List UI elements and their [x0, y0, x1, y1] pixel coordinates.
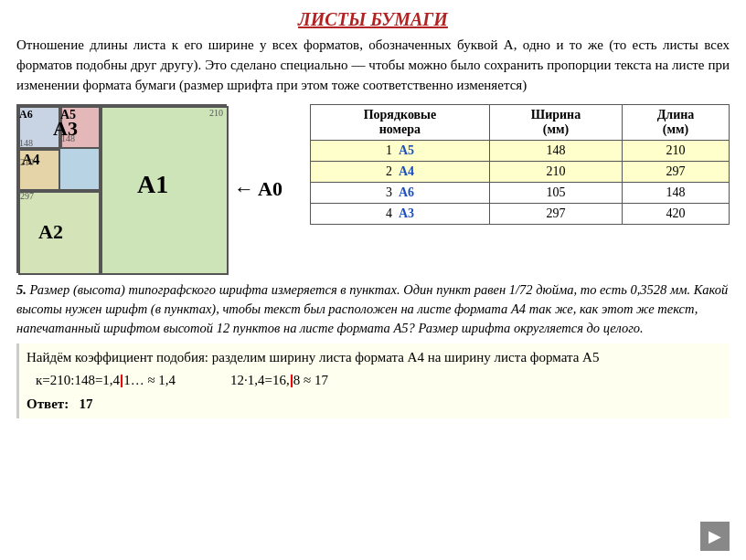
label-a6: А6 [19, 108, 33, 122]
diagram-area: А6 А5 А4 А3 А2 А1 210 148 148 210 297 ← … [16, 104, 282, 273]
col-header-num: Порядковыеномера [310, 105, 489, 141]
table-row: 1 А5 148 210 [310, 141, 729, 162]
table-area: Порядковыеномера Ширина(мм) Длина(мм) 1 … [310, 104, 730, 225]
cell-name-a5: А5 [399, 143, 414, 157]
dim-297: 297 [20, 191, 34, 201]
solution-section: Найдём коэффициент подобия: разделим шир… [16, 343, 730, 418]
formula2: 12·1,4=16,8 ≈ 17 [230, 370, 328, 391]
a0-arrow-icon: ← [234, 177, 254, 201]
formula-line: к=210:148=1,41… ≈ 1,4 12·1,4=16,8 ≈ 17 [27, 370, 722, 391]
cell-width-a4: 210 [490, 162, 623, 183]
table-row: 4 А3 297 420 [310, 204, 729, 225]
cell-name-a4: А4 [399, 164, 414, 178]
table-row: 2 А4 210 297 [310, 162, 729, 183]
cell-length-a6: 148 [622, 183, 729, 204]
dim-210-top: 210 [209, 108, 223, 118]
formula1: к=210:148=1,41… ≈ 1,4 [36, 370, 176, 391]
problem-number: 5. [16, 282, 27, 297]
cell-width-a6: 105 [490, 183, 623, 204]
answer-label: Ответ: [27, 396, 69, 411]
cell-name-a6: А6 [399, 185, 414, 199]
cell-name-a3: А3 [399, 206, 414, 220]
cursor1 [121, 375, 123, 387]
label-a1: А1 [137, 170, 168, 199]
a0-label-area: ← А0 [234, 177, 282, 201]
problem-section: 5. Размер (высота) типографского шрифта … [16, 280, 730, 338]
dim-210b: 210 [20, 157, 34, 167]
cell-width-a3: 297 [490, 204, 623, 225]
cell-width-a5: 148 [490, 141, 623, 162]
middle-section: А6 А5 А4 А3 А2 А1 210 148 148 210 297 ← … [16, 104, 730, 273]
cell-num: 1 А5 [310, 141, 489, 162]
cell-length-a5: 210 [622, 141, 729, 162]
col-header-length: Длина(мм) [622, 105, 729, 141]
label-a2: А2 [38, 220, 63, 244]
page-title: ЛИСТЫ БУМАГИ [16, 9, 730, 30]
next-button[interactable]: ▶ [700, 522, 730, 551]
label-a0: А0 [258, 177, 282, 201]
answer-line: Ответ: 17 [27, 394, 722, 415]
cursor2 [291, 375, 293, 387]
answer-value: 17 [79, 396, 92, 411]
format-table: Порядковыеномера Ширина(мм) Длина(мм) 1 … [310, 104, 730, 225]
paper-diagram: А6 А5 А4 А3 А2 А1 210 148 148 210 297 [16, 104, 227, 273]
cell-num: 4 А3 [310, 204, 489, 225]
cell-length-a3: 420 [622, 204, 729, 225]
next-arrow-icon: ▶ [709, 526, 721, 546]
dim-148: 148 [61, 133, 75, 143]
dim-148b: 148 [19, 138, 33, 148]
cell-num: 3 А6 [310, 183, 489, 204]
page: ЛИСТЫ БУМАГИ Отношение длины листа к его… [0, 0, 746, 560]
col-header-width: Ширина(мм) [490, 105, 623, 141]
solution-intro: Найдём коэффициент подобия: разделим шир… [27, 347, 722, 368]
cell-length-a4: 297 [622, 162, 729, 183]
intro-paragraph: Отношение длины листа к его ширине у все… [16, 36, 730, 95]
cell-num: 2 А4 [310, 162, 489, 183]
table-row: 3 А6 105 148 [310, 183, 729, 204]
problem-text: Размер (высота) типографского шрифта изм… [16, 282, 728, 335]
